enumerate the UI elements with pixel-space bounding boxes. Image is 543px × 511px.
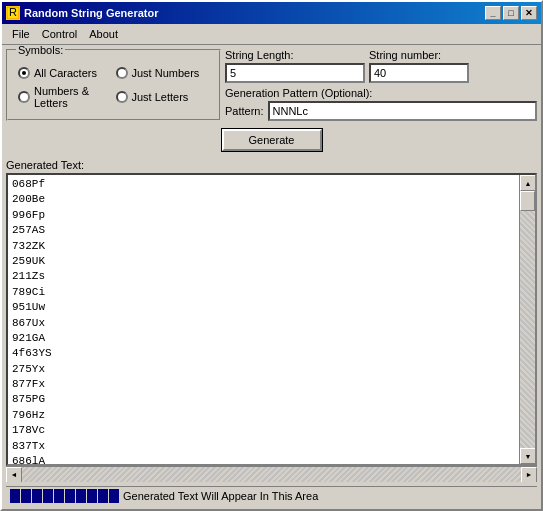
title-bar-left: R Random String Generator xyxy=(6,6,158,20)
string-number-group: String number: xyxy=(369,49,469,83)
scroll-left-button[interactable]: ◄ xyxy=(6,467,22,483)
h-scroll-track[interactable] xyxy=(22,467,521,482)
pattern-label: Generation Pattern (Optional): xyxy=(225,87,537,99)
maximize-button[interactable]: □ xyxy=(503,6,519,20)
generate-row: Generate xyxy=(6,125,537,155)
pattern-input[interactable] xyxy=(268,101,537,121)
output-label: Generated Text: xyxy=(6,159,537,171)
progress-block-2 xyxy=(32,489,42,503)
close-button[interactable]: ✕ xyxy=(521,6,537,20)
progress-blocks xyxy=(10,489,119,503)
progress-block-4 xyxy=(54,489,64,503)
progress-block-7 xyxy=(87,489,97,503)
pattern-prefix: Pattern: xyxy=(225,105,264,117)
string-number-label: String number: xyxy=(369,49,469,61)
string-length-input[interactable] xyxy=(225,63,365,83)
generate-button[interactable]: Generate xyxy=(222,129,322,151)
radio-btn-just-letters[interactable] xyxy=(116,91,128,103)
title-bar: R Random String Generator _ □ ✕ xyxy=(2,2,541,24)
radio-just-numbers[interactable]: Just Numbers xyxy=(116,67,210,79)
string-length-group: String Length: xyxy=(225,49,365,83)
status-bar: Generated Text Will Appear In This Area xyxy=(6,486,537,505)
menu-item-control[interactable]: Control xyxy=(36,26,83,42)
pattern-group: Generation Pattern (Optional): Pattern: xyxy=(225,87,537,121)
svg-text:R: R xyxy=(9,6,17,18)
symbols-group: Symbols: All Caracters Just Numbers Numb… xyxy=(6,49,221,121)
main-content: Symbols: All Caracters Just Numbers Numb… xyxy=(2,45,541,509)
main-window: R Random String Generator _ □ ✕ File Con… xyxy=(0,0,543,511)
scroll-down-button[interactable]: ▼ xyxy=(520,448,536,464)
radio-numbers-letters[interactable]: Numbers & Letters xyxy=(18,85,112,109)
radio-grid: All Caracters Just Numbers Numbers & Let… xyxy=(18,67,209,109)
menu-item-file[interactable]: File xyxy=(6,26,36,42)
scroll-up-button[interactable]: ▲ xyxy=(520,175,536,191)
radio-all-chars[interactable]: All Caracters xyxy=(18,67,112,79)
string-top: String Length: String number: xyxy=(225,49,537,83)
radio-btn-just-numbers[interactable] xyxy=(116,67,128,79)
radio-btn-all-chars[interactable] xyxy=(18,67,30,79)
menu-item-about[interactable]: About xyxy=(83,26,124,42)
string-section: String Length: String number: Generation… xyxy=(225,49,537,121)
vertical-scrollbar[interactable]: ▲ ▼ xyxy=(519,175,535,464)
title-buttons: _ □ ✕ xyxy=(485,6,537,20)
output-area-container: 068Pf 200Be 996Fp 257AS 732ZK 259UK 211Z… xyxy=(6,173,537,466)
radio-btn-numbers-letters[interactable] xyxy=(18,91,30,103)
progress-block-8 xyxy=(98,489,108,503)
scroll-track[interactable] xyxy=(520,191,535,448)
progress-block-9 xyxy=(109,489,119,503)
progress-block-6 xyxy=(76,489,86,503)
status-text: Generated Text Will Appear In This Area xyxy=(123,490,318,502)
scroll-right-button[interactable]: ► xyxy=(521,467,537,483)
window-title: Random String Generator xyxy=(24,7,158,19)
scroll-thumb[interactable] xyxy=(520,191,535,211)
horizontal-scrollbar[interactable]: ◄ ► xyxy=(6,466,537,482)
app-icon: R xyxy=(6,6,20,20)
progress-block-0 xyxy=(10,489,20,503)
progress-block-5 xyxy=(65,489,75,503)
string-number-input[interactable] xyxy=(369,63,469,83)
minimize-button[interactable]: _ xyxy=(485,6,501,20)
radio-just-letters[interactable]: Just Letters xyxy=(116,85,210,109)
output-section: Generated Text: 068Pf 200Be 996Fp 257AS … xyxy=(6,159,537,482)
progress-block-3 xyxy=(43,489,53,503)
progress-block-1 xyxy=(21,489,31,503)
output-text[interactable]: 068Pf 200Be 996Fp 257AS 732ZK 259UK 211Z… xyxy=(8,175,519,464)
menu-bar: File Control About xyxy=(2,24,541,45)
symbols-legend: Symbols: xyxy=(16,45,65,56)
string-length-label: String Length: xyxy=(225,49,365,61)
top-section: Symbols: All Caracters Just Numbers Numb… xyxy=(6,49,537,121)
